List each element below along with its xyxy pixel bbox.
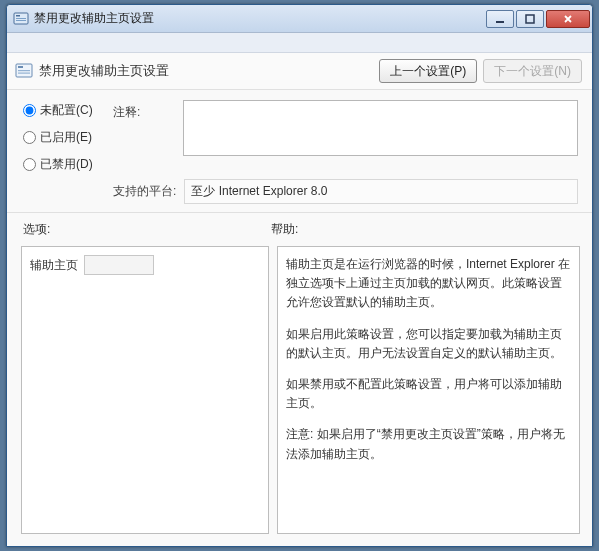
help-paragraph-4: 注意: 如果启用了“禁用更改主页设置”策略，用户将无法添加辅助主页。	[286, 425, 571, 463]
option-secondary-home-input	[84, 255, 154, 275]
radio-disabled-input[interactable]	[23, 158, 36, 171]
previous-setting-button[interactable]: 上一个设置(P)	[379, 59, 477, 83]
svg-rect-4	[496, 21, 504, 23]
radio-enabled-input[interactable]	[23, 131, 36, 144]
config-block: 未配置(C) 已启用(E) 已禁用(D) 注释: 支持的平台: 至少 Inte	[7, 90, 592, 213]
help-paragraph-1: 辅助主页是在运行浏览器的时候，Internet Explorer 在独立选项卡上…	[286, 255, 571, 313]
maximize-button[interactable]	[516, 10, 544, 28]
menubar	[7, 33, 592, 53]
option-secondary-home: 辅助主页	[30, 255, 260, 275]
help-pane: 辅助主页是在运行浏览器的时候，Internet Explorer 在独立选项卡上…	[277, 246, 580, 534]
client-area: 禁用更改辅助主页设置 上一个设置(P) 下一个设置(N) 未配置(C) 已启用(…	[7, 33, 592, 546]
policy-title: 禁用更改辅助主页设置	[39, 63, 373, 80]
help-label: 帮助:	[271, 221, 578, 238]
svg-rect-1	[16, 15, 20, 17]
platform-value: 至少 Internet Explorer 8.0	[184, 179, 578, 204]
radio-disabled[interactable]: 已禁用(D)	[23, 156, 113, 173]
radio-not-configured-label: 未配置(C)	[40, 102, 93, 119]
svg-rect-3	[16, 20, 26, 21]
radio-not-configured-input[interactable]	[23, 104, 36, 117]
svg-rect-8	[18, 70, 30, 71]
comment-label: 注释:	[113, 100, 183, 121]
close-button[interactable]	[546, 10, 590, 28]
window-controls	[484, 10, 590, 28]
policy-header: 禁用更改辅助主页设置 上一个设置(P) 下一个设置(N)	[7, 53, 592, 90]
platform-label: 支持的平台:	[113, 183, 176, 200]
radio-not-configured[interactable]: 未配置(C)	[23, 102, 113, 119]
svg-rect-7	[18, 66, 23, 68]
next-setting-button: 下一个设置(N)	[483, 59, 582, 83]
dialog-window: 禁用更改辅助主页设置 禁用更改辅助主页设置 上一个设置(P) 下一个设置(N)	[6, 4, 593, 547]
svg-rect-2	[16, 18, 26, 19]
help-paragraph-3: 如果禁用或不配置此策略设置，用户将可以添加辅助主页。	[286, 375, 571, 413]
section-labels: 选项: 帮助:	[7, 213, 592, 242]
options-pane: 辅助主页	[21, 246, 269, 534]
policy-icon	[15, 62, 33, 80]
window-title: 禁用更改辅助主页设置	[34, 10, 484, 27]
radio-enabled-label: 已启用(E)	[40, 129, 92, 146]
help-paragraph-2: 如果启用此策略设置，您可以指定要加载为辅助主页的默认主页。用户无法设置自定义的默…	[286, 325, 571, 363]
minimize-button[interactable]	[486, 10, 514, 28]
radio-enabled[interactable]: 已启用(E)	[23, 129, 113, 146]
panes: 辅助主页 辅助主页是在运行浏览器的时候，Internet Explorer 在独…	[7, 242, 592, 546]
radio-disabled-label: 已禁用(D)	[40, 156, 93, 173]
svg-rect-5	[526, 15, 534, 23]
policy-app-icon	[13, 11, 29, 27]
svg-rect-9	[18, 73, 30, 74]
comment-textarea[interactable]	[183, 100, 578, 156]
option-secondary-home-label: 辅助主页	[30, 257, 78, 274]
titlebar[interactable]: 禁用更改辅助主页设置	[7, 5, 592, 33]
options-label: 选项:	[23, 221, 271, 238]
state-radios: 未配置(C) 已启用(E) 已禁用(D)	[23, 100, 113, 173]
